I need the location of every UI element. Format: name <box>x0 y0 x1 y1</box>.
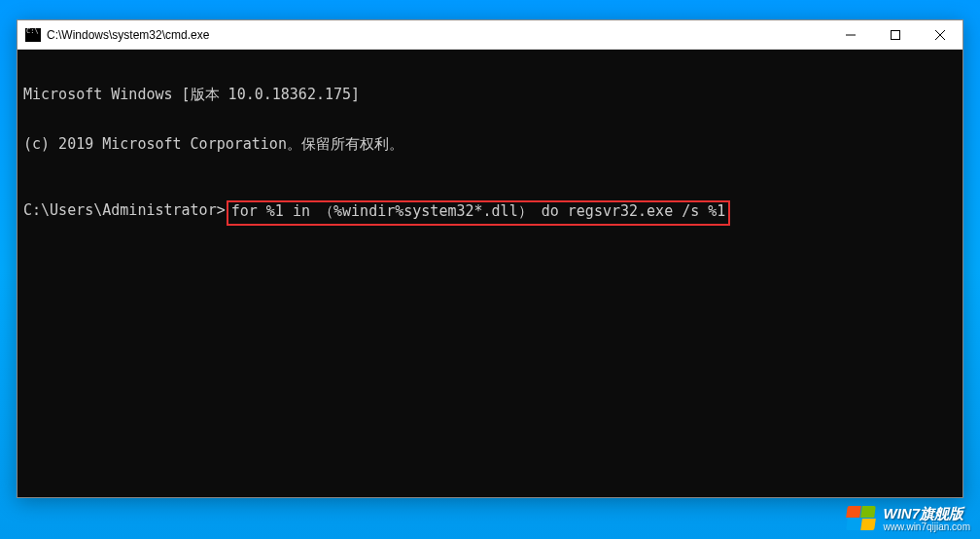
close-button[interactable] <box>918 20 962 49</box>
command-highlight-box: for %1 in （%windir%system32*.dll） do reg… <box>227 200 731 226</box>
terminal-line-version: Microsoft Windows [版本 10.0.18362.175] <box>23 87 957 103</box>
windows-logo-icon <box>847 506 878 533</box>
window-controls <box>828 20 962 49</box>
window-title: C:\Windows\system32\cmd.exe <box>47 28 828 42</box>
maximize-button[interactable] <box>873 20 918 49</box>
terminal-prompt: C:\Users\Administrator> <box>23 202 226 226</box>
terminal-prompt-row: C:\Users\Administrator>for %1 in （%windi… <box>23 202 957 226</box>
minimize-button[interactable] <box>828 20 873 49</box>
watermark: WIN7旗舰版 www.win7qijian.com <box>847 506 970 533</box>
svg-rect-1 <box>892 30 900 39</box>
cmd-window: C:\Windows\system32\cmd.exe Microsoft Wi… <box>17 19 963 498</box>
terminal-body[interactable]: Microsoft Windows [版本 10.0.18362.175] (c… <box>18 50 962 263</box>
terminal-command: for %1 in （%windir%system32*.dll） do reg… <box>231 202 726 220</box>
watermark-url: www.win7qijian.com <box>884 521 970 533</box>
watermark-brand: WIN7旗舰版 <box>884 506 970 521</box>
watermark-text: WIN7旗舰版 www.win7qijian.com <box>884 506 970 533</box>
terminal-line-copyright: (c) 2019 Microsoft Corporation。保留所有权利。 <box>23 136 957 153</box>
cmd-icon <box>25 28 41 42</box>
titlebar[interactable]: C:\Windows\system32\cmd.exe <box>18 20 962 50</box>
